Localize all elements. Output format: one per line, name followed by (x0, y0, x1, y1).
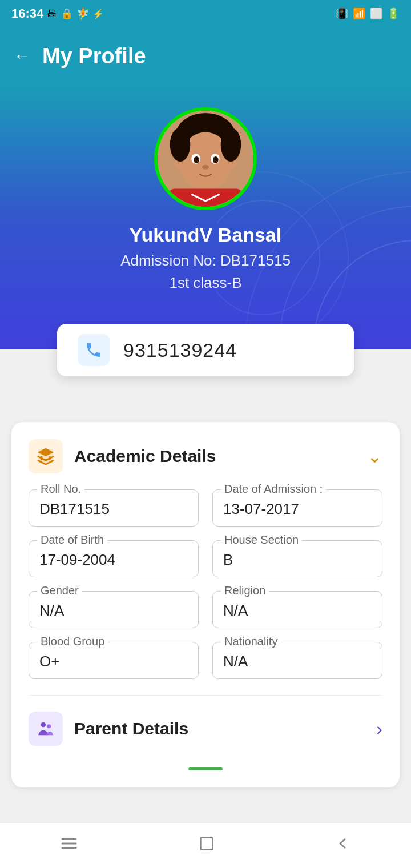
back-button[interactable]: ← (14, 46, 31, 66)
field-label-house: House Section (221, 533, 302, 546)
student-name: YukundV Bansal (130, 224, 281, 246)
field-value-blood: O+ (39, 653, 188, 670)
nav-menu-button[interactable] (42, 827, 96, 863)
nav-back-button[interactable] (317, 829, 369, 862)
bottom-nav (0, 822, 411, 868)
field-label-nationality: Nationality (221, 635, 281, 648)
field-label-religion: Religion (221, 584, 269, 597)
svg-point-23 (41, 722, 46, 728)
field-value-doa: 13-07-2017 (223, 500, 372, 518)
avatar (154, 107, 257, 210)
admission-number: Admission No: DB171515 (120, 252, 291, 270)
field-label-roll: Roll No. (37, 483, 84, 496)
field-value-religion: N/A (223, 602, 372, 620)
field-doa: Date of Admission : 13-07-2017 (212, 489, 382, 527)
field-label-doa: Date of Admission : (221, 483, 326, 496)
svg-point-19 (221, 128, 241, 162)
academic-section-header: Academic Details ⌄ (29, 439, 382, 473)
field-value-house: B (223, 551, 372, 569)
field-value-nationality: N/A (223, 653, 372, 670)
svg-rect-21 (41, 456, 43, 460)
status-bar: 16:34 🖷 🔒 🧚 ⚡ 📳 📶 ⬜ 🔋 (0, 0, 411, 27)
svg-rect-28 (200, 837, 212, 849)
triangle-back-icon (334, 834, 352, 853)
bottom-indicator (188, 767, 223, 770)
parent-icon-box (29, 712, 63, 746)
phone-icon-box (78, 334, 110, 366)
status-right-icons: 📳 📶 ⬜ 🔋 (336, 7, 400, 20)
svg-rect-22 (49, 456, 51, 460)
battery-icon: 🔋 (387, 7, 400, 20)
screen-icon: ⬜ (370, 7, 382, 20)
field-dob: Date of Birth 17-09-2004 (29, 540, 199, 577)
status-left-icon-2: 🔒 (61, 7, 73, 20)
field-religion: Religion N/A (212, 591, 382, 628)
status-time: 16:34 (11, 6, 43, 21)
svg-point-18 (170, 128, 191, 162)
svg-point-15 (202, 165, 209, 170)
parent-title: Parent Details (74, 719, 376, 738)
phone-card: 9315139244 (57, 324, 354, 376)
phone-number: 9315139244 (123, 339, 237, 361)
phone-icon (84, 341, 103, 359)
page-title: My Profile (42, 44, 146, 69)
svg-point-13 (196, 158, 198, 160)
field-label-dob: Date of Birth (37, 533, 107, 546)
class-name: 1st class-B (169, 274, 241, 292)
parent-toggle[interactable]: › (376, 718, 382, 740)
field-nationality: Nationality N/A (212, 642, 382, 679)
svg-point-14 (215, 158, 217, 160)
svg-point-24 (47, 724, 51, 728)
avatar-image (158, 110, 253, 207)
academic-toggle[interactable]: ⌄ (367, 445, 382, 467)
field-gender: Gender N/A (29, 591, 199, 628)
field-roll-no: Roll No. DB171515 (29, 489, 199, 527)
status-left-icon-4: ⚡ (92, 9, 104, 19)
field-value-roll: DB171515 (39, 500, 188, 518)
hero-section: YukundV Bansal Admission No: DB171515 1s… (0, 85, 411, 349)
square-icon (198, 834, 216, 853)
field-value-dob: 17-09-2004 (39, 551, 188, 569)
status-left-icon-1: 🖷 (47, 8, 57, 20)
field-blood: Blood Group O+ (29, 642, 199, 679)
academic-fields: Roll No. DB171515 Date of Admission : 13… (29, 489, 382, 679)
academic-title: Academic Details (74, 447, 367, 466)
field-house: House Section B (212, 540, 382, 577)
nav-home-button[interactable] (180, 829, 233, 862)
svg-rect-25 (62, 838, 77, 840)
vibrate-icon: 📳 (336, 7, 348, 20)
svg-rect-8 (169, 188, 242, 207)
wifi-icon: 📶 (353, 7, 365, 20)
academic-icon (36, 447, 55, 466)
status-left-icon-3: 🧚 (76, 7, 89, 20)
hamburger-icon (59, 833, 79, 854)
profile-card: Academic Details ⌄ Roll No. DB171515 Dat… (11, 422, 400, 787)
parent-icon (36, 719, 55, 738)
academic-icon-box (29, 439, 63, 473)
svg-rect-26 (62, 843, 77, 845)
field-label-gender: Gender (37, 584, 82, 597)
section-divider (29, 695, 382, 696)
parent-section-header[interactable]: Parent Details › (29, 712, 382, 746)
field-label-blood: Blood Group (37, 635, 108, 648)
main-content: Academic Details ⌄ Roll No. DB171515 Dat… (0, 376, 411, 799)
field-value-gender: N/A (39, 602, 188, 620)
top-bar: ← My Profile (0, 27, 411, 85)
svg-rect-27 (62, 847, 77, 849)
